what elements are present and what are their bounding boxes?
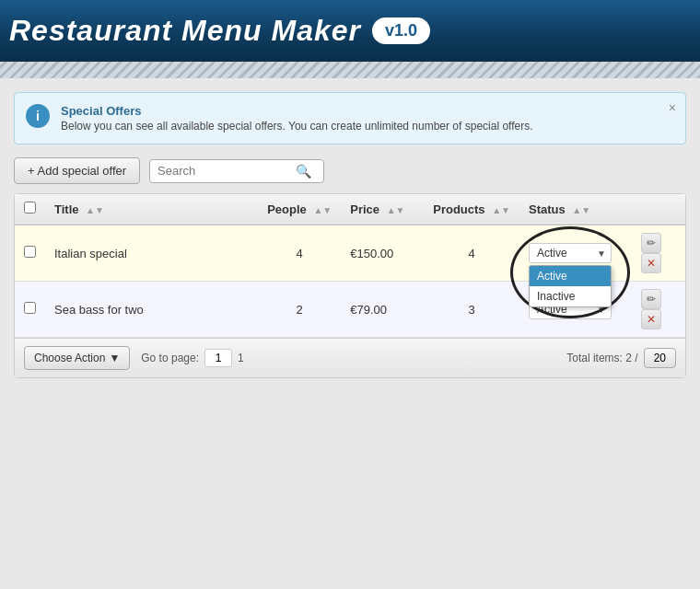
- row2-edit-button[interactable]: ✏: [641, 289, 661, 309]
- col-price-header: Price ▲▼: [341, 194, 424, 225]
- choose-action-label: Choose Action: [34, 352, 105, 364]
- row2-title: Sea bass for two: [45, 282, 258, 338]
- total-items-info: Total items: 2 / 20: [566, 348, 676, 368]
- row1-status-cell: Active ▼ Active Inactive: [519, 225, 630, 282]
- app-title: Restaurant Menu Maker: [9, 14, 361, 48]
- row1-delete-button[interactable]: ✕: [641, 253, 661, 273]
- info-box: i Special Offers Below you can see all a…: [14, 92, 686, 144]
- row1-status-select[interactable]: Active ▼: [529, 243, 612, 263]
- row1-status-wrap: Active ▼ Active Inactive: [529, 243, 612, 263]
- row2-checkbox[interactable]: [24, 302, 36, 314]
- info-icon: i: [26, 104, 50, 128]
- row2-price: €79.00: [341, 282, 424, 338]
- row1-status-dropdown: Active Inactive: [529, 265, 612, 307]
- col-actions-header: [630, 194, 685, 225]
- status-option-active-selected[interactable]: Active: [530, 266, 611, 286]
- choose-action-arrow: ▼: [109, 352, 120, 364]
- header-stripe: [0, 62, 700, 78]
- add-special-offer-button[interactable]: + Add special offer: [14, 157, 140, 184]
- row1-title: Italian special: [45, 225, 258, 282]
- app-header: Restaurant Menu Maker v1.0: [0, 0, 700, 62]
- title-sort-icon[interactable]: ▲▼: [86, 205, 104, 215]
- offers-table: Title ▲▼ People ▲▼ Price ▲▼ Products ▲▼ …: [15, 194, 685, 338]
- search-box: 🔍: [149, 159, 324, 183]
- col-status-header: Status ▲▼: [519, 194, 630, 225]
- row1-products: 4: [424, 225, 519, 282]
- people-sort-icon[interactable]: ▲▼: [313, 205, 332, 215]
- search-icon: 🔍: [296, 164, 311, 179]
- pagination-controls: Go to page: 1: [141, 349, 243, 367]
- col-people-header: People ▲▼: [258, 194, 341, 225]
- status-sort-icon[interactable]: ▲▼: [572, 205, 590, 215]
- select-all-checkbox[interactable]: [24, 202, 36, 214]
- row1-checkbox-cell: [15, 225, 45, 282]
- choose-action-button[interactable]: Choose Action ▼: [24, 346, 130, 370]
- row2-actions: ✏ ✕: [630, 282, 685, 338]
- row1-status-value: Active: [537, 247, 567, 260]
- go-to-page-label: Go to page:: [141, 352, 199, 364]
- price-sort-icon[interactable]: ▲▼: [387, 205, 405, 215]
- row2-products: 3: [424, 282, 519, 338]
- total-pages: 1: [238, 352, 244, 364]
- row1-people: 4: [258, 225, 341, 282]
- total-items-label: Total items: 2 /: [566, 352, 637, 364]
- row2-delete-button[interactable]: ✕: [641, 309, 661, 329]
- row1-checkbox[interactable]: [24, 246, 36, 258]
- info-box-close[interactable]: ×: [669, 100, 676, 115]
- info-box-title: Special Offers: [61, 104, 658, 118]
- row2-checkbox-cell: [15, 282, 45, 338]
- row2-people: 2: [258, 282, 341, 338]
- row1-edit-button[interactable]: ✏: [641, 233, 661, 253]
- row1-dropdown-arrow: ▼: [597, 248, 606, 259]
- offers-table-wrap: Title ▲▼ People ▲▼ Price ▲▼ Products ▲▼ …: [14, 193, 686, 378]
- toolbar: + Add special offer 🔍: [14, 157, 686, 184]
- row1-price: €150.00: [341, 225, 424, 282]
- page-input[interactable]: [204, 349, 232, 367]
- col-title-header: Title ▲▼: [45, 194, 258, 225]
- info-box-text: Below you can see all available special …: [61, 120, 658, 133]
- status-option-inactive[interactable]: Inactive: [530, 286, 611, 306]
- main-content: i Special Offers Below you can see all a…: [0, 78, 700, 392]
- table-footer: Choose Action ▼ Go to page: 1 Total item…: [15, 338, 685, 377]
- col-checkbox: [15, 194, 45, 225]
- search-input[interactable]: [158, 164, 296, 178]
- table-row: Italian special 4 €150.00 4 Active ▼: [15, 225, 685, 282]
- app-version: v1.0: [372, 17, 430, 44]
- row1-actions: ✏ ✕: [630, 225, 685, 282]
- products-sort-icon[interactable]: ▲▼: [492, 205, 510, 215]
- per-page-button[interactable]: 20: [644, 348, 676, 368]
- col-products-header: Products ▲▼: [424, 194, 519, 225]
- table-header-row: Title ▲▼ People ▲▼ Price ▲▼ Products ▲▼ …: [15, 194, 685, 225]
